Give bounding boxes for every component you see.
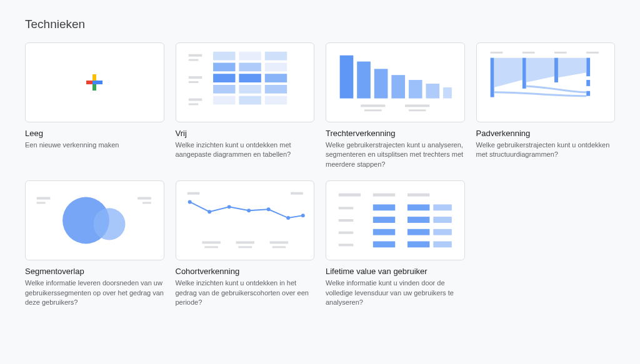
svg-rect-78 — [433, 229, 452, 235]
svg-rect-23 — [374, 69, 388, 98]
card-segment-overlap[interactable]: Segmentoverlap Welke informatie leveren … — [25, 180, 164, 307]
svg-rect-40 — [586, 80, 590, 86]
card-title: Segmentoverlap — [25, 267, 164, 276]
svg-rect-36 — [490, 58, 494, 97]
svg-rect-64 — [373, 194, 395, 197]
svg-rect-52 — [236, 242, 254, 244]
svg-point-56 — [188, 200, 191, 204]
svg-rect-25 — [409, 80, 422, 99]
svg-rect-50 — [202, 242, 221, 244]
svg-point-57 — [208, 210, 211, 214]
svg-rect-17 — [264, 85, 286, 94]
plus-icon — [86, 74, 102, 91]
card-funnel[interactable]: Trechterverkenning Welke gebruikerstraje… — [326, 42, 465, 169]
svg-rect-70 — [373, 205, 395, 211]
section-title: Technieken — [25, 17, 615, 31]
svg-rect-8 — [264, 52, 286, 61]
card-desc: Welke gebruikerstrajecten kunt u ontdekk… — [476, 140, 616, 160]
svg-rect-31 — [409, 109, 426, 111]
svg-rect-4 — [188, 99, 202, 101]
svg-point-60 — [266, 208, 270, 212]
svg-rect-32 — [490, 52, 502, 54]
card-blank[interactable]: Leeg Een nieuwe verkenning maken — [25, 42, 164, 169]
svg-rect-37 — [522, 58, 526, 89]
svg-rect-39 — [586, 58, 590, 77]
svg-rect-75 — [433, 217, 452, 223]
svg-rect-34 — [554, 52, 567, 54]
svg-rect-19 — [239, 96, 261, 105]
card-title: Cohortverkenning — [176, 267, 315, 276]
svg-rect-29 — [364, 109, 382, 111]
svg-rect-79 — [373, 242, 395, 248]
svg-rect-54 — [269, 242, 288, 244]
svg-rect-72 — [433, 205, 452, 211]
svg-rect-26 — [426, 84, 439, 99]
svg-rect-16 — [239, 85, 261, 94]
svg-point-62 — [301, 214, 304, 217]
svg-rect-24 — [391, 75, 405, 98]
svg-rect-71 — [408, 205, 429, 211]
card-path[interactable]: Padverkenning Welke gebruikerstrajecten … — [476, 42, 616, 169]
svg-rect-69 — [339, 244, 354, 247]
svg-rect-18 — [213, 96, 235, 105]
svg-rect-43 — [37, 202, 46, 204]
svg-rect-7 — [239, 52, 261, 61]
thumb-funnel — [326, 42, 465, 122]
svg-rect-67 — [339, 219, 354, 222]
svg-rect-35 — [586, 52, 599, 54]
svg-rect-27 — [443, 87, 452, 99]
card-cohort[interactable]: Cohortverkenning Welke inzichten kunt u … — [176, 180, 315, 307]
svg-rect-6 — [213, 52, 235, 61]
svg-rect-68 — [339, 232, 354, 234]
svg-rect-45 — [142, 202, 151, 204]
card-desc: Welke informatie kunt u vinden door de v… — [326, 278, 465, 307]
svg-point-61 — [286, 216, 290, 220]
card-title: Trechterverkenning — [326, 129, 465, 138]
svg-rect-81 — [433, 242, 452, 248]
card-desc: Welke inzichten kunt u ontdekken met aan… — [176, 140, 315, 160]
svg-rect-30 — [405, 104, 429, 107]
svg-rect-66 — [339, 207, 354, 210]
svg-rect-11 — [264, 63, 286, 72]
thumb-path — [476, 42, 616, 122]
svg-rect-1 — [188, 59, 198, 61]
thumb-ltv — [326, 180, 465, 260]
svg-rect-5 — [188, 103, 198, 105]
svg-rect-10 — [239, 63, 261, 72]
svg-rect-63 — [339, 194, 361, 197]
svg-rect-38 — [554, 58, 558, 82]
card-desc: Een nieuwe verkenning maken — [25, 140, 164, 150]
svg-rect-55 — [272, 247, 286, 248]
svg-rect-42 — [37, 197, 51, 200]
svg-point-58 — [227, 205, 231, 209]
svg-rect-65 — [408, 194, 429, 197]
card-title: Padverkenning — [476, 129, 616, 138]
thumb-blank — [25, 42, 164, 122]
thumb-freeform — [176, 42, 315, 122]
card-ltv[interactable]: Lifetime value van gebruiker Welke infor… — [326, 180, 465, 307]
svg-rect-33 — [522, 52, 534, 54]
card-desc: Welke inzichten kunt u ontdekken in het … — [176, 278, 315, 307]
svg-rect-73 — [373, 217, 395, 223]
card-desc: Welke informatie leveren doorsneden van … — [25, 278, 164, 307]
svg-rect-48 — [187, 192, 199, 195]
card-title: Leeg — [25, 129, 164, 138]
card-title: Lifetime value van gebruiker — [326, 267, 465, 276]
svg-rect-76 — [373, 229, 395, 235]
svg-rect-9 — [213, 63, 235, 72]
card-freeform[interactable]: Vrij Welke inzichten kunt u ontdekken me… — [176, 42, 315, 169]
card-title: Vrij — [176, 129, 315, 138]
svg-point-59 — [247, 209, 251, 212]
svg-rect-0 — [188, 54, 202, 57]
svg-rect-41 — [586, 91, 590, 96]
svg-rect-13 — [239, 74, 261, 82]
svg-rect-51 — [204, 247, 218, 248]
svg-rect-77 — [408, 229, 429, 235]
svg-rect-22 — [357, 62, 371, 99]
svg-rect-2 — [188, 76, 202, 79]
svg-rect-74 — [408, 217, 429, 223]
thumb-cohort — [176, 180, 315, 260]
technique-grid: Leeg Een nieuwe verkenning maken V — [25, 42, 615, 307]
svg-rect-15 — [213, 85, 235, 94]
thumb-segment-overlap — [25, 180, 164, 260]
